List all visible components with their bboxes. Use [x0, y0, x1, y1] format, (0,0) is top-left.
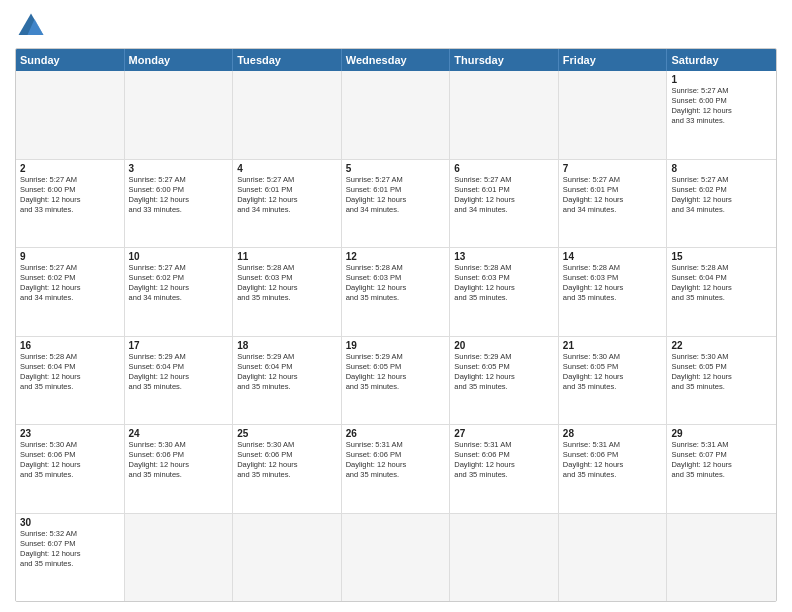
- calendar-cell: 26Sunrise: 5:31 AM Sunset: 6:06 PM Dayli…: [342, 425, 451, 513]
- calendar-cell: [125, 71, 234, 159]
- day-info: Sunrise: 5:30 AM Sunset: 6:06 PM Dayligh…: [237, 440, 337, 481]
- header-day-sunday: Sunday: [16, 49, 125, 71]
- header-day-saturday: Saturday: [667, 49, 776, 71]
- day-info: Sunrise: 5:27 AM Sunset: 6:01 PM Dayligh…: [563, 175, 663, 216]
- day-info: Sunrise: 5:28 AM Sunset: 6:04 PM Dayligh…: [20, 352, 120, 393]
- day-number: 12: [346, 251, 446, 262]
- calendar-cell: 16Sunrise: 5:28 AM Sunset: 6:04 PM Dayli…: [16, 337, 125, 425]
- day-info: Sunrise: 5:27 AM Sunset: 6:00 PM Dayligh…: [20, 175, 120, 216]
- calendar-cell: 17Sunrise: 5:29 AM Sunset: 6:04 PM Dayli…: [125, 337, 234, 425]
- day-number: 2: [20, 163, 120, 174]
- day-info: Sunrise: 5:28 AM Sunset: 6:03 PM Dayligh…: [563, 263, 663, 304]
- day-number: 21: [563, 340, 663, 351]
- calendar-cell: [125, 514, 234, 602]
- calendar-cell: [16, 71, 125, 159]
- day-info: Sunrise: 5:27 AM Sunset: 6:00 PM Dayligh…: [129, 175, 229, 216]
- calendar-header: SundayMondayTuesdayWednesdayThursdayFrid…: [16, 49, 776, 71]
- logo-icon: [15, 10, 47, 42]
- calendar-cell: 27Sunrise: 5:31 AM Sunset: 6:06 PM Dayli…: [450, 425, 559, 513]
- calendar-cell: 6Sunrise: 5:27 AM Sunset: 6:01 PM Daylig…: [450, 160, 559, 248]
- day-number: 25: [237, 428, 337, 439]
- calendar-cell: 24Sunrise: 5:30 AM Sunset: 6:06 PM Dayli…: [125, 425, 234, 513]
- calendar-cell: 21Sunrise: 5:30 AM Sunset: 6:05 PM Dayli…: [559, 337, 668, 425]
- calendar-cell: 23Sunrise: 5:30 AM Sunset: 6:06 PM Dayli…: [16, 425, 125, 513]
- day-info: Sunrise: 5:27 AM Sunset: 6:01 PM Dayligh…: [237, 175, 337, 216]
- calendar-cell: [450, 71, 559, 159]
- calendar-cell: 11Sunrise: 5:28 AM Sunset: 6:03 PM Dayli…: [233, 248, 342, 336]
- day-info: Sunrise: 5:30 AM Sunset: 6:06 PM Dayligh…: [129, 440, 229, 481]
- calendar-cell: 20Sunrise: 5:29 AM Sunset: 6:05 PM Dayli…: [450, 337, 559, 425]
- day-info: Sunrise: 5:27 AM Sunset: 6:02 PM Dayligh…: [20, 263, 120, 304]
- day-info: Sunrise: 5:31 AM Sunset: 6:06 PM Dayligh…: [563, 440, 663, 481]
- calendar-cell: 10Sunrise: 5:27 AM Sunset: 6:02 PM Dayli…: [125, 248, 234, 336]
- day-info: Sunrise: 5:28 AM Sunset: 6:03 PM Dayligh…: [346, 263, 446, 304]
- logo: [15, 10, 51, 42]
- day-number: 28: [563, 428, 663, 439]
- day-info: Sunrise: 5:31 AM Sunset: 6:06 PM Dayligh…: [346, 440, 446, 481]
- day-info: Sunrise: 5:27 AM Sunset: 6:01 PM Dayligh…: [346, 175, 446, 216]
- calendar-cell: [342, 71, 451, 159]
- day-info: Sunrise: 5:28 AM Sunset: 6:03 PM Dayligh…: [454, 263, 554, 304]
- calendar-cell: 15Sunrise: 5:28 AM Sunset: 6:04 PM Dayli…: [667, 248, 776, 336]
- calendar-cell: 12Sunrise: 5:28 AM Sunset: 6:03 PM Dayli…: [342, 248, 451, 336]
- day-info: Sunrise: 5:30 AM Sunset: 6:06 PM Dayligh…: [20, 440, 120, 481]
- calendar-cell: [559, 514, 668, 602]
- calendar-cell: 18Sunrise: 5:29 AM Sunset: 6:04 PM Dayli…: [233, 337, 342, 425]
- day-info: Sunrise: 5:31 AM Sunset: 6:06 PM Dayligh…: [454, 440, 554, 481]
- day-number: 6: [454, 163, 554, 174]
- calendar-week-1: 1Sunrise: 5:27 AM Sunset: 6:00 PM Daylig…: [16, 71, 776, 160]
- day-number: 1: [671, 74, 772, 85]
- calendar-cell: 7Sunrise: 5:27 AM Sunset: 6:01 PM Daylig…: [559, 160, 668, 248]
- day-number: 13: [454, 251, 554, 262]
- calendar-cell: 9Sunrise: 5:27 AM Sunset: 6:02 PM Daylig…: [16, 248, 125, 336]
- day-number: 8: [671, 163, 772, 174]
- day-info: Sunrise: 5:32 AM Sunset: 6:07 PM Dayligh…: [20, 529, 120, 570]
- day-number: 24: [129, 428, 229, 439]
- day-info: Sunrise: 5:30 AM Sunset: 6:05 PM Dayligh…: [563, 352, 663, 393]
- day-number: 5: [346, 163, 446, 174]
- header: [15, 10, 777, 42]
- day-number: 10: [129, 251, 229, 262]
- calendar-cell: 4Sunrise: 5:27 AM Sunset: 6:01 PM Daylig…: [233, 160, 342, 248]
- calendar-week-4: 16Sunrise: 5:28 AM Sunset: 6:04 PM Dayli…: [16, 337, 776, 426]
- calendar-cell: 5Sunrise: 5:27 AM Sunset: 6:01 PM Daylig…: [342, 160, 451, 248]
- calendar-cell: 29Sunrise: 5:31 AM Sunset: 6:07 PM Dayli…: [667, 425, 776, 513]
- calendar-cell: [667, 514, 776, 602]
- day-info: Sunrise: 5:29 AM Sunset: 6:05 PM Dayligh…: [346, 352, 446, 393]
- header-day-monday: Monday: [125, 49, 234, 71]
- calendar-body: 1Sunrise: 5:27 AM Sunset: 6:00 PM Daylig…: [16, 71, 776, 601]
- calendar-cell: [559, 71, 668, 159]
- day-number: 23: [20, 428, 120, 439]
- day-info: Sunrise: 5:29 AM Sunset: 6:05 PM Dayligh…: [454, 352, 554, 393]
- calendar: SundayMondayTuesdayWednesdayThursdayFrid…: [15, 48, 777, 602]
- day-number: 4: [237, 163, 337, 174]
- calendar-cell: [233, 71, 342, 159]
- day-info: Sunrise: 5:30 AM Sunset: 6:05 PM Dayligh…: [671, 352, 772, 393]
- day-info: Sunrise: 5:29 AM Sunset: 6:04 PM Dayligh…: [129, 352, 229, 393]
- day-info: Sunrise: 5:31 AM Sunset: 6:07 PM Dayligh…: [671, 440, 772, 481]
- day-number: 30: [20, 517, 120, 528]
- day-number: 7: [563, 163, 663, 174]
- calendar-cell: 19Sunrise: 5:29 AM Sunset: 6:05 PM Dayli…: [342, 337, 451, 425]
- page: SundayMondayTuesdayWednesdayThursdayFrid…: [0, 0, 792, 612]
- calendar-cell: 13Sunrise: 5:28 AM Sunset: 6:03 PM Dayli…: [450, 248, 559, 336]
- calendar-cell: 3Sunrise: 5:27 AM Sunset: 6:00 PM Daylig…: [125, 160, 234, 248]
- day-info: Sunrise: 5:27 AM Sunset: 6:00 PM Dayligh…: [671, 86, 772, 127]
- calendar-cell: 1Sunrise: 5:27 AM Sunset: 6:00 PM Daylig…: [667, 71, 776, 159]
- day-info: Sunrise: 5:28 AM Sunset: 6:03 PM Dayligh…: [237, 263, 337, 304]
- calendar-week-5: 23Sunrise: 5:30 AM Sunset: 6:06 PM Dayli…: [16, 425, 776, 514]
- day-number: 18: [237, 340, 337, 351]
- day-info: Sunrise: 5:27 AM Sunset: 6:02 PM Dayligh…: [129, 263, 229, 304]
- calendar-week-6: 30Sunrise: 5:32 AM Sunset: 6:07 PM Dayli…: [16, 514, 776, 602]
- day-number: 14: [563, 251, 663, 262]
- header-day-friday: Friday: [559, 49, 668, 71]
- day-number: 22: [671, 340, 772, 351]
- header-day-wednesday: Wednesday: [342, 49, 451, 71]
- calendar-cell: [450, 514, 559, 602]
- calendar-cell: [342, 514, 451, 602]
- calendar-cell: 28Sunrise: 5:31 AM Sunset: 6:06 PM Dayli…: [559, 425, 668, 513]
- calendar-cell: 30Sunrise: 5:32 AM Sunset: 6:07 PM Dayli…: [16, 514, 125, 602]
- calendar-cell: 2Sunrise: 5:27 AM Sunset: 6:00 PM Daylig…: [16, 160, 125, 248]
- day-number: 29: [671, 428, 772, 439]
- calendar-cell: 22Sunrise: 5:30 AM Sunset: 6:05 PM Dayli…: [667, 337, 776, 425]
